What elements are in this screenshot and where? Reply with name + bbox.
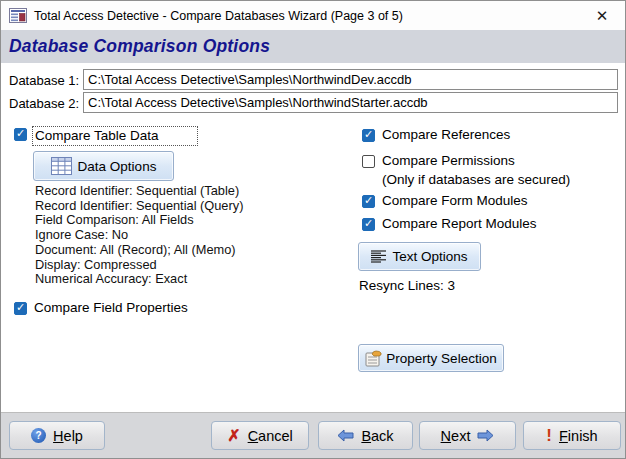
summary-line: Record Identifier: Sequential (Query): [35, 199, 243, 214]
data-options-label: Data Options: [78, 159, 157, 174]
help-button[interactable]: ? Help: [9, 421, 105, 450]
property-list-hand-icon: [365, 350, 384, 367]
compare-form-modules-label: Compare Form Modules: [382, 193, 528, 208]
compare-references-checkbox[interactable]: [362, 129, 375, 142]
compare-permissions-label: Compare Permissions: [382, 153, 515, 168]
back-arrow-icon: [337, 429, 354, 442]
compare-permissions-row: Compare Permissions: [362, 153, 515, 168]
summary-line: Display: Compressed: [35, 258, 243, 273]
database1-label: Database 1:: [9, 73, 79, 88]
close-icon[interactable]: ✕: [589, 4, 615, 27]
database2-path-input[interactable]: [83, 92, 618, 113]
back-button[interactable]: Back: [318, 421, 413, 450]
data-options-button[interactable]: Data Options: [33, 151, 174, 181]
text-options-label: Text Options: [392, 249, 467, 264]
compare-report-modules-label: Compare Report Modules: [382, 216, 537, 231]
compare-table-data-label[interactable]: Compare Table Data: [32, 126, 198, 146]
next-label: Next: [441, 428, 471, 444]
cancel-button[interactable]: ✗ Cancel: [211, 421, 309, 450]
heading-band: Database Comparison Options: [1, 30, 625, 63]
finish-exclamation-icon: !: [546, 427, 552, 444]
cancel-label: Cancel: [248, 428, 293, 444]
compare-report-modules-checkbox[interactable]: [362, 218, 375, 231]
back-label: Back: [361, 428, 393, 444]
compare-permissions-note: (Only if databases are secured): [382, 172, 570, 187]
compare-references-label: Compare References: [382, 127, 510, 142]
compare-form-modules-checkbox[interactable]: [362, 195, 375, 208]
compare-table-data-checkbox[interactable]: [14, 128, 27, 141]
app-icon: [9, 8, 27, 23]
text-options-button[interactable]: Text Options: [358, 242, 481, 271]
summary-line: Document: All (Record); All (Memo): [35, 243, 243, 258]
compare-permissions-checkbox[interactable]: [362, 155, 375, 168]
compare-table-data-row: Compare Table Data: [14, 126, 198, 146]
finish-label: Finish: [559, 428, 598, 444]
summary-line: Ignore Case: No: [35, 228, 243, 243]
wizard-window: Total Access Detective - Compare Databas…: [0, 0, 626, 459]
help-label: Help: [53, 428, 83, 444]
finish-button[interactable]: ! Finish: [523, 421, 621, 450]
titlebar: Total Access Detective - Compare Databas…: [1, 1, 625, 30]
text-lines-icon: [371, 250, 386, 264]
page-title: Database Comparison Options: [9, 36, 270, 57]
footer-bar: ? Help ✗ Cancel Back Next ! Finish: [1, 412, 625, 458]
resync-lines-value: Resync Lines: 3: [359, 278, 455, 293]
summary-line: Field Comparison: All Fields: [35, 213, 243, 228]
cancel-x-icon: ✗: [227, 428, 240, 444]
next-button[interactable]: Next: [419, 421, 516, 450]
compare-report-modules-row: Compare Report Modules: [362, 216, 537, 231]
database1-path-input[interactable]: [83, 69, 618, 90]
next-arrow-icon: [477, 429, 494, 442]
data-options-summary: Record Identifier: Sequential (Table) Re…: [35, 184, 243, 287]
help-icon: ?: [31, 428, 46, 443]
compare-field-properties-label: Compare Field Properties: [34, 300, 188, 315]
window-title: Total Access Detective - Compare Databas…: [34, 9, 403, 23]
compare-field-properties-row: Compare Field Properties: [14, 300, 188, 315]
summary-line: Record Identifier: Sequential (Table): [35, 184, 243, 199]
table-grid-icon: [51, 157, 72, 175]
database2-label: Database 2:: [9, 96, 79, 111]
property-selection-button[interactable]: Property Selection: [358, 344, 504, 372]
property-selection-label: Property Selection: [386, 351, 496, 366]
compare-references-row: Compare References: [362, 127, 510, 142]
compare-form-modules-row: Compare Form Modules: [362, 193, 528, 208]
compare-field-properties-checkbox[interactable]: [14, 302, 27, 315]
summary-line: Numerical Accuracy: Exact: [35, 272, 243, 287]
